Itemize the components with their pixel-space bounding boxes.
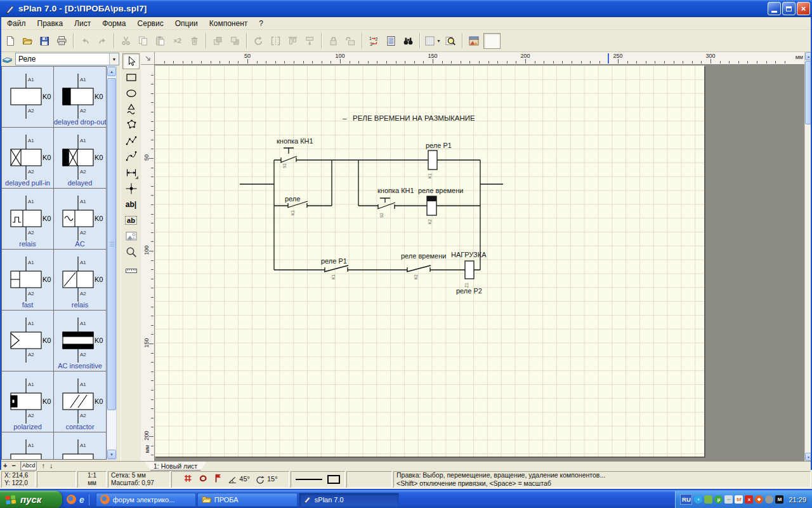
close-button[interactable]: × <box>797 2 810 15</box>
library-component[interactable]: A1A2K0contactor <box>54 371 106 432</box>
ellipse-tool[interactable] <box>122 85 140 101</box>
delete-button[interactable] <box>187 33 202 49</box>
rotate-button[interactable] <box>251 33 266 49</box>
menu-2[interactable]: Правка <box>32 18 69 29</box>
redo-button[interactable] <box>95 33 110 49</box>
menu-8[interactable]: ? <box>253 18 269 29</box>
library-component[interactable]: A1A2K0relais <box>54 250 106 311</box>
save-button[interactable] <box>37 33 53 49</box>
new-button[interactable] <box>3 33 18 49</box>
sheet-tab[interactable]: 1: Новый лист <box>145 462 206 471</box>
drawing-sheet[interactable]: – РЕЛЕ ВРЕМЕНИ НА РАЗМЫКАНИЕ кнопка КН1 … <box>155 65 704 457</box>
parts-list-button[interactable] <box>383 33 399 49</box>
rotate-step-setting[interactable]: 15° <box>255 475 278 485</box>
move-sheet-down-button[interactable]: ↓ <box>49 462 53 470</box>
minimize-button[interactable] <box>768 2 781 15</box>
tray-volume-icon[interactable] <box>765 495 773 504</box>
load-coil[interactable] <box>465 261 474 279</box>
component-browser-button[interactable] <box>466 33 482 49</box>
menu-1[interactable]: Файл <box>1 18 32 29</box>
library-component[interactable]: A1A2K0relais <box>2 189 54 250</box>
cut-button[interactable] <box>118 33 134 49</box>
library-component[interactable]: A1A2K0 <box>2 432 54 460</box>
send-to-back-button[interactable] <box>227 33 243 49</box>
menu-7[interactable]: Компонент <box>204 18 254 29</box>
mirror-button[interactable] <box>268 33 284 49</box>
bezier-tool[interactable] <box>122 149 140 164</box>
menu-4[interactable]: Форма <box>96 18 131 29</box>
menu-6[interactable]: Опции <box>169 18 204 29</box>
grid-button[interactable]: ▼ <box>424 33 442 49</box>
scroll-up-icon[interactable]: ▲ <box>107 67 116 76</box>
rename-sheet-button[interactable]: Abcd <box>20 461 37 471</box>
tray-network-icon[interactable]: ⌐ <box>724 495 733 504</box>
taskbar-task-2[interactable]: ПРОБА <box>197 493 298 507</box>
node-tool[interactable] <box>122 180 140 196</box>
move-sheet-up-button[interactable]: ↑ <box>41 462 45 470</box>
restore-button[interactable] <box>782 2 796 15</box>
fill-style-sample[interactable] <box>327 475 340 484</box>
text-box-tool[interactable]: ab <box>122 212 140 228</box>
duplicate-button[interactable]: ×2 <box>169 33 185 49</box>
language-indicator[interactable]: RU <box>680 494 692 505</box>
snap-grid-icon[interactable] <box>183 473 193 486</box>
add-sheet-button[interactable]: + <box>3 462 7 470</box>
tray-snagit-icon[interactable] <box>704 495 712 504</box>
library-component[interactable]: A1A2K0delayed <box>54 128 106 189</box>
bring-to-front-button[interactable] <box>210 33 226 49</box>
library-component[interactable]: A1A2K0AC <box>54 189 106 250</box>
open-button[interactable] <box>20 33 36 49</box>
tray-skype-icon[interactable]: ‹ <box>694 495 702 504</box>
relay-coil-p1[interactable] <box>428 150 437 170</box>
menu-3[interactable]: Лист <box>69 18 96 29</box>
tray-bf-app-icon[interactable]: bf <box>735 495 743 504</box>
select-tool[interactable] <box>122 53 140 69</box>
library-component[interactable]: A1A2K0 <box>2 311 54 371</box>
chevron-down-icon[interactable]: ▼ <box>109 53 119 65</box>
library-category-select[interactable]: Реле ▼ <box>15 53 119 65</box>
dimension-tool[interactable] <box>122 164 140 180</box>
renumber-button[interactable]: 123 <box>366 33 382 49</box>
rectangle-tool[interactable] <box>122 69 140 85</box>
scroll-down-icon[interactable]: ▼ <box>107 450 116 459</box>
library-component[interactable]: A1A2K0polarized <box>2 371 54 432</box>
paste-button[interactable] <box>152 33 168 49</box>
copy-button[interactable] <box>135 33 151 49</box>
blank-button[interactable] <box>483 33 501 49</box>
library-component[interactable]: A1A2K0delayed drop-out <box>54 67 106 128</box>
undo-button[interactable] <box>77 33 93 49</box>
measure-tool[interactable] <box>122 260 140 276</box>
taskbar-task-1[interactable]: форум электрико... <box>96 493 196 507</box>
library-component[interactable]: A1A2K0delayed pull-in <box>2 128 54 189</box>
line-style-sample[interactable] <box>296 479 322 480</box>
polygon-tool[interactable] <box>122 117 140 133</box>
title-bar[interactable]: sPlan 7.0 - [D:\ПРОБА\рв.spl7] × <box>0 0 812 17</box>
library-component[interactable]: A1A2K0fast <box>2 250 54 311</box>
sheet-viewport[interactable]: – РЕЛЕ ВРЕМЕНИ НА РАЗМЫКАНИЕ кнопка КН1 … <box>155 65 804 461</box>
zoom-tool[interactable] <box>122 244 140 260</box>
tray-utorrent-icon[interactable]: µ <box>714 495 723 504</box>
tray-antivirus-icon[interactable]: x <box>745 495 753 504</box>
polyline-tool[interactable] <box>122 133 140 149</box>
unlock-button[interactable] <box>343 33 358 49</box>
internet-explorer-icon[interactable]: e <box>79 495 84 505</box>
search-button[interactable] <box>400 33 416 49</box>
tray-mail-icon[interactable]: M <box>775 495 783 504</box>
line-style-cell[interactable] <box>291 471 345 488</box>
align-button[interactable] <box>285 33 301 49</box>
taskbar-task-3[interactable]: sPlan 7.0 <box>299 493 399 507</box>
angle-setting[interactable]: 45° <box>227 475 250 485</box>
menu-5[interactable]: Сервис <box>132 18 169 29</box>
pin-flag-icon[interactable] <box>213 473 222 486</box>
library-component[interactable]: A1A2K0 <box>54 432 106 460</box>
special-shape-tool[interactable] <box>122 101 140 117</box>
start-button[interactable]: пуск <box>0 491 62 508</box>
taskbar-clock[interactable]: 21:29 <box>789 496 806 504</box>
scrollbar-thumb[interactable] <box>107 78 116 410</box>
text-tool[interactable]: ab| <box>122 196 140 212</box>
flip-button[interactable] <box>302 33 318 49</box>
library-scrollbar[interactable]: ▲ ▼ <box>107 66 117 460</box>
print-button[interactable] <box>54 33 70 49</box>
remove-sheet-button[interactable]: − <box>11 462 15 470</box>
freehand-icon[interactable] <box>198 473 208 486</box>
